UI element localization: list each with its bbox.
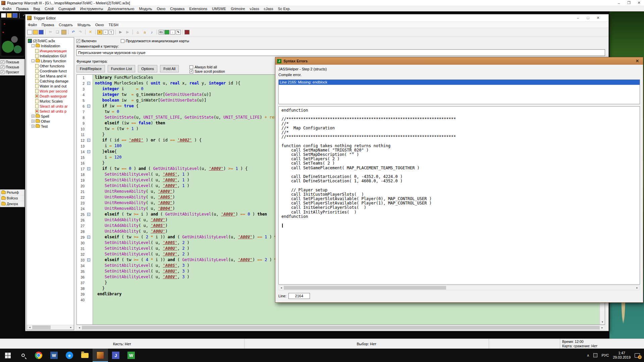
scroll-thumb[interactable] (284, 286, 446, 290)
tree-item-5[interactable]: Other functions (27, 63, 74, 68)
dialog-close-button[interactable]: ✕ (634, 59, 640, 63)
dialog-horizontal-scrollbar[interactable]: ◄ ► (278, 285, 640, 290)
error-list-item-selected[interactable]: Line 2165: Missing: endblock (279, 80, 640, 85)
tree-item-13[interactable]: Sleact all units ar (27, 104, 74, 109)
save-scroll-position-checkbox[interactable]: ✓Save scroll position (190, 69, 225, 73)
view-checkbox-2[interactable]: ✓Просмот (1, 70, 19, 74)
te-menu-item-4[interactable]: Окно (93, 22, 106, 27)
tray-chevron-icon[interactable]: ∧ (587, 353, 589, 358)
world-editor-icon[interactable] (93, 349, 108, 362)
error-code-view[interactable]: endfunction //**************************… (278, 106, 640, 285)
always-fold-all-checkbox[interactable]: Always fold all (190, 65, 225, 69)
palette-item-1[interactable]: Войска (0, 195, 24, 201)
button-options[interactable]: Options (138, 65, 157, 72)
fold-marker[interactable]: − (87, 105, 90, 108)
enabled-checkbox-box[interactable]: ✓ (76, 39, 80, 43)
button-find-replace[interactable]: Find/Replace (76, 65, 105, 72)
save-icon[interactable] (39, 30, 44, 35)
new-icon[interactable] (27, 30, 32, 35)
collapse-icon[interactable]: - (32, 44, 35, 47)
language-indicator[interactable]: РУС (601, 353, 609, 357)
tesh-settings-icon[interactable] (184, 30, 190, 35)
copy-icon[interactable]: ❏ (54, 29, 61, 35)
tree-item-8[interactable]: Catching damage (27, 78, 74, 83)
editor-horizontal-scrollbar[interactable]: ◄ ► (76, 325, 605, 330)
te-menu-item-1[interactable]: Правка (39, 22, 56, 27)
scroll-left-arrow[interactable]: ◄ (279, 286, 284, 290)
error-list[interactable]: Line 2165: Missing: endblock (278, 79, 640, 104)
te-maximize-button[interactable]: □ (583, 16, 593, 20)
palette-item-2[interactable]: Декора (0, 201, 24, 207)
main-menu-item-7[interactable]: Модуль (137, 6, 154, 11)
palette-item-0[interactable]: Рельеф (0, 190, 24, 195)
tree-item-10[interactable]: Work per second (27, 88, 74, 94)
trigger-comment-input[interactable] (76, 49, 605, 56)
view-checkbox-1-box[interactable]: ✓ (1, 65, 4, 69)
tree-horizontal-scrollbar[interactable]: ◄ ► (27, 325, 74, 330)
tree-item-11[interactable]: Death waterguar (27, 94, 74, 99)
fold-marker[interactable]: − (87, 139, 90, 142)
main-menu-item-3[interactable]: Слой (42, 6, 56, 11)
scroll-right-arrow[interactable]: ► (68, 325, 73, 329)
init-checkbox-box[interactable] (121, 39, 124, 43)
redo-icon[interactable]: ↷ (77, 29, 84, 35)
main-menu-item-12[interactable]: Grimoire (228, 6, 247, 11)
collapse-icon[interactable]: - (32, 59, 35, 62)
chrome-icon[interactable] (31, 349, 46, 362)
enabled-checkbox[interactable]: ✓Включен (76, 39, 97, 43)
tree-item-1[interactable]: -Initialization (27, 43, 74, 48)
save-map-icon[interactable] (12, 13, 17, 18)
expand-icon[interactable]: + (32, 115, 35, 118)
main-menu-item-4[interactable]: Сценарий (56, 6, 78, 11)
view-checkbox-2-box[interactable]: ✓ (1, 70, 4, 74)
main-menu-item-5[interactable]: Инструменты (78, 6, 106, 11)
tree-item-16[interactable]: +Other (27, 119, 74, 124)
te-menu-item-3[interactable]: Модуль (75, 22, 93, 27)
tree-item-17[interactable]: +Test (27, 124, 74, 129)
scroll-right-arrow[interactable]: ► (600, 325, 605, 330)
maximize-button[interactable]: ❐ (624, 0, 634, 6)
fold-marker[interactable]: − (87, 167, 90, 170)
scroll-left-arrow[interactable]: ◄ (27, 325, 32, 329)
main-menu-item-11[interactable]: UMSWE (210, 6, 228, 11)
tree-item-6[interactable]: Coordinate funct (27, 68, 74, 73)
minimap[interactable] (1, 19, 24, 56)
check-syntax-icon[interactable]: ✕ (87, 29, 94, 35)
tree-item-0[interactable]: (2)ToWC.w3x (27, 38, 74, 43)
save-scroll-position-checkbox-box[interactable]: ✓ (190, 70, 193, 73)
notifications-icon[interactable]: 2 (635, 353, 640, 358)
word-icon[interactable]: W (46, 349, 62, 362)
main-menu-item-1[interactable]: Правка (14, 6, 31, 11)
undo-icon[interactable]: ↶ (70, 29, 76, 35)
te-menu-item-0[interactable]: Файл (25, 22, 39, 27)
new-map-icon[interactable] (1, 13, 6, 18)
main-menu-item-10[interactable]: Extensions (187, 6, 210, 11)
run-trigger-icon[interactable]: ▶ (117, 29, 124, 35)
edit-script-icon[interactable]: ✎ (176, 30, 181, 35)
te-close-button[interactable]: ✕ (593, 16, 603, 20)
clock[interactable]: 1:47 29.03.2019 (613, 351, 631, 360)
init-checkbox[interactable]: Продолжается инициализация карты (121, 39, 189, 43)
close-button[interactable]: ✕ (634, 0, 644, 6)
expand-icon[interactable]: + (32, 120, 35, 123)
syntax-errors-titlebar[interactable]: J Syntax Errors ✕ (275, 57, 643, 65)
tree-item-4[interactable]: -Library function (27, 58, 74, 63)
explorer-icon[interactable] (77, 349, 93, 362)
map-script-icon[interactable] (164, 30, 169, 35)
tree-item-2[interactable]: Инициализация (27, 48, 74, 53)
fold-marker[interactable]: − (87, 213, 90, 216)
main-menu-item-2[interactable]: Вид (31, 6, 42, 11)
fold-marker[interactable]: − (87, 236, 90, 239)
te-minimize-button[interactable]: – (573, 16, 583, 20)
main-menu-item-8[interactable]: Окно (154, 6, 168, 11)
export-script-icon[interactable]: ↓ (170, 30, 175, 35)
tree-item-9[interactable]: Water in and out (27, 83, 74, 88)
trigger-editor-titlebar[interactable]: Trigger Editor – □ ✕ (25, 14, 608, 22)
always-fold-all-checkbox-box[interactable] (190, 65, 193, 69)
view-checkbox-0[interactable]: ✓Показыв (1, 60, 19, 64)
minimize-button[interactable]: – (614, 0, 624, 6)
scroll-left-arrow[interactable]: ◄ (77, 325, 82, 330)
convert-to-text-icon[interactable]: ⌂ (135, 29, 141, 35)
fold-marker[interactable]: − (87, 258, 90, 261)
new-trigger-icon[interactable]: ≡ (103, 30, 108, 35)
